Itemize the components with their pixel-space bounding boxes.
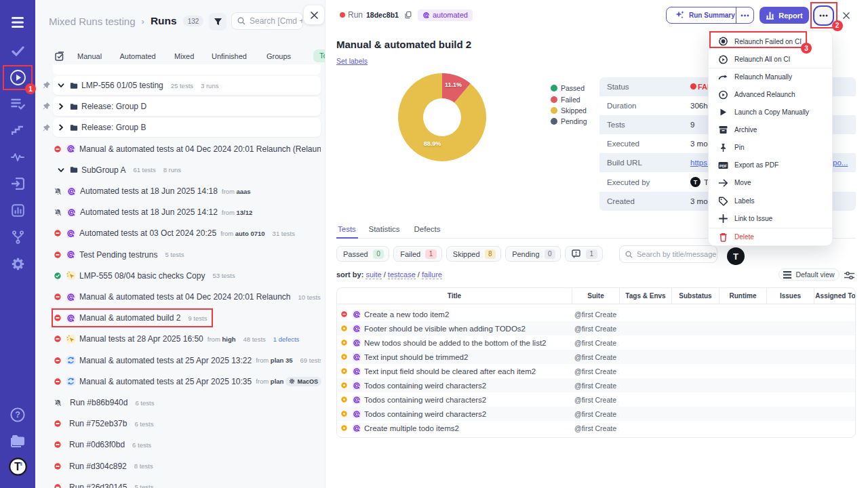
svg-text:?: ? [15, 410, 20, 420]
svg-text:PDF: PDF [719, 163, 727, 167]
svg-text:T: T [14, 461, 21, 472]
